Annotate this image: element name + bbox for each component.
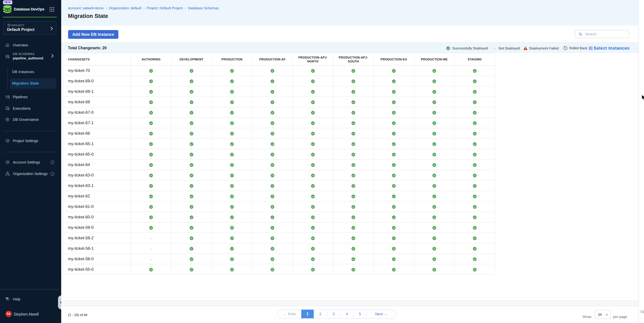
svg-text:?: ?	[6, 297, 8, 299]
